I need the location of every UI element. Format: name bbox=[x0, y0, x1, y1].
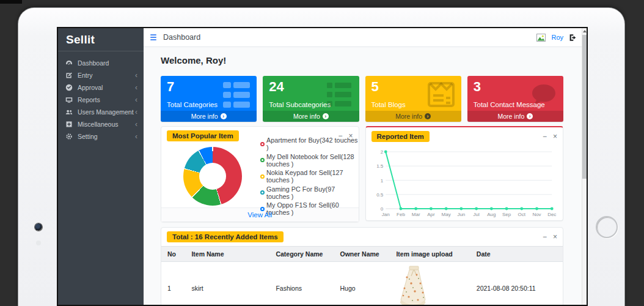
scroll-up-arrow-icon[interactable] bbox=[583, 30, 587, 32]
legend-marker-icon bbox=[260, 207, 265, 211]
legend-marker-icon bbox=[260, 190, 265, 195]
most-popular-item-panel: Most Popular Item − × Apartment for Buy(… bbox=[161, 126, 359, 222]
menu-toggle-icon[interactable] bbox=[150, 34, 156, 40]
reported-line-chart: 00.511.52JanFebMarAprMayJunJulAugSepOctN… bbox=[370, 147, 560, 219]
legend-item[interactable]: Gaming PC For Buy(97 touches ) bbox=[260, 185, 359, 200]
legend-label: My Dell Notebook for Sell(128 touches ) bbox=[266, 153, 359, 168]
more-info-link[interactable]: More info › bbox=[161, 111, 257, 122]
report-icon bbox=[65, 96, 73, 103]
column-header-item-name: Item Name bbox=[185, 247, 269, 262]
svg-text:Dec: Dec bbox=[547, 212, 556, 217]
legend-label: Nokia Keypad for Sell(127 touches ) bbox=[266, 169, 359, 184]
charts-row: Most Popular Item − × Apartment for Buy(… bbox=[161, 126, 563, 222]
main-area: Dashboard Roy Welcome, Roy! bbox=[144, 28, 587, 305]
sidebar-item-label: Setting bbox=[78, 133, 98, 140]
home-button[interactable] bbox=[596, 216, 618, 238]
more-info-label: More info bbox=[395, 113, 422, 120]
legend-marker-icon bbox=[260, 142, 265, 146]
column-header-date: Date bbox=[470, 247, 563, 262]
legend-marker-icon bbox=[260, 174, 265, 179]
svg-text:Aug: Aug bbox=[487, 212, 496, 217]
sidebar-item-users-management[interactable]: Users Management bbox=[58, 106, 144, 118]
panel-title-badge: Total : 16 Recently Added Items bbox=[167, 231, 284, 242]
column-header-item-image: Item image upload bbox=[390, 247, 470, 262]
svg-text:Jan: Jan bbox=[381, 212, 389, 217]
table-row: 1 skirt Fashions Hugo bbox=[161, 262, 563, 305]
legend-item[interactable]: Apartment for Buy(342 touches ) bbox=[260, 136, 359, 151]
minimize-icon[interactable]: − bbox=[543, 233, 547, 241]
page-background: Sellit Dashboard Entry bbox=[0, 0, 644, 306]
svg-text:Feb: Feb bbox=[397, 212, 405, 217]
arrow-circle-right-icon: › bbox=[221, 113, 227, 119]
sidebar-item-reports[interactable]: Reports bbox=[58, 94, 144, 106]
reported-item-panel: Reported Item − × 00.511.52JanFebMarAprM… bbox=[365, 126, 564, 221]
column-header-no: No bbox=[161, 247, 185, 262]
logout-icon[interactable] bbox=[569, 34, 577, 42]
more-info-label: More info bbox=[191, 113, 218, 120]
cell-item-name: skirt bbox=[185, 262, 269, 305]
edit-icon bbox=[65, 72, 73, 79]
stat-cards-row: 7 Total Categories More info › 24 bbox=[161, 76, 563, 122]
avatar[interactable] bbox=[536, 34, 546, 42]
panel-tools: − × bbox=[543, 233, 557, 241]
legend-item[interactable]: My Dell Notebook for Sell(128 touches ) bbox=[260, 153, 359, 168]
newspaper-icon bbox=[426, 80, 456, 110]
sidebar: Sellit Dashboard Entry bbox=[58, 28, 144, 305]
more-info-link[interactable]: More info › bbox=[365, 111, 461, 122]
arrow-circle-right-icon: › bbox=[527, 113, 533, 119]
gear-icon bbox=[65, 133, 73, 140]
table-header-row: No Item Name Category Name Owner Name It… bbox=[161, 247, 563, 262]
more-info-link[interactable]: More info › bbox=[263, 111, 359, 122]
legend-marker-icon bbox=[260, 158, 265, 162]
cell-no: 1 bbox=[161, 262, 185, 305]
stat-label: Total Categories bbox=[167, 101, 218, 108]
brand-logo[interactable]: Sellit bbox=[58, 28, 144, 51]
navbar-right: Roy bbox=[536, 34, 577, 42]
sidebar-item-setting[interactable]: Setting bbox=[58, 130, 144, 143]
panel-title-badge: Most Popular Item bbox=[167, 130, 239, 141]
stat-label: Total Blogs bbox=[371, 101, 406, 108]
sidebar-item-label: Users Management bbox=[78, 108, 134, 116]
chevron-left-icon bbox=[135, 96, 137, 103]
cell-item-image bbox=[390, 262, 470, 305]
sidebar-item-miscellaneous[interactable]: Miscellaneous bbox=[58, 118, 144, 130]
cell-owner-name: Hugo bbox=[334, 262, 390, 305]
sidebar-item-entry[interactable]: Entry bbox=[58, 69, 144, 81]
legend-item[interactable]: Nokia Keypad for Sell(127 touches ) bbox=[260, 169, 359, 184]
close-icon[interactable]: × bbox=[553, 233, 557, 241]
donut-chart-area: Apartment for Buy(342 touches ) My Dell … bbox=[161, 145, 359, 207]
more-info-link[interactable]: More info › bbox=[467, 111, 563, 122]
sidebar-item-label: Entry bbox=[78, 72, 93, 79]
chevron-left-icon bbox=[135, 121, 137, 128]
sidebar-item-dashboard[interactable]: Dashboard bbox=[58, 57, 144, 69]
svg-text:1: 1 bbox=[380, 178, 383, 184]
view-all-link[interactable]: View All bbox=[247, 211, 272, 218]
scrollbar[interactable] bbox=[582, 28, 587, 305]
light-sensor-icon bbox=[36, 241, 41, 245]
user-link[interactable]: Roy bbox=[551, 34, 563, 41]
camera-icon bbox=[35, 223, 42, 231]
recently-added-items-panel: Total : 16 Recently Added Items − × No I… bbox=[161, 227, 563, 305]
svg-text:Nov: Nov bbox=[532, 212, 541, 217]
legend-label: Gaming PC For Buy(97 touches ) bbox=[266, 185, 359, 200]
chevron-left-icon bbox=[135, 84, 137, 91]
chevron-left-icon bbox=[135, 133, 137, 140]
sidebar-item-label: Approval bbox=[78, 84, 103, 91]
svg-text:1.5: 1.5 bbox=[376, 163, 384, 169]
sidebar-item-label: Miscellaneous bbox=[78, 121, 119, 128]
items-table: No Item Name Category Name Owner Name It… bbox=[161, 246, 563, 305]
sidebar-item-label: Dashboard bbox=[78, 59, 109, 67]
scrollbar-thumb[interactable] bbox=[582, 35, 587, 179]
check-circle-icon bbox=[65, 84, 73, 91]
sidebar-item-approval[interactable]: Approval bbox=[58, 81, 144, 94]
legend-item[interactable]: My Oppo F1S for Sell(60 touches ) bbox=[260, 201, 359, 216]
item-image-skirt[interactable] bbox=[396, 265, 431, 305]
stat-card-total-blogs: 5 Total Blogs More info › bbox=[365, 76, 461, 122]
chart-legend: Apartment for Buy(342 touches ) My Dell … bbox=[260, 135, 359, 218]
donut-chart bbox=[183, 147, 242, 206]
welcome-heading: Welcome, Roy! bbox=[161, 56, 563, 65]
minimize-icon[interactable]: − bbox=[543, 133, 547, 140]
close-icon[interactable]: × bbox=[553, 133, 557, 140]
svg-text:Sep: Sep bbox=[502, 212, 511, 217]
svg-text:Apr: Apr bbox=[427, 212, 435, 217]
